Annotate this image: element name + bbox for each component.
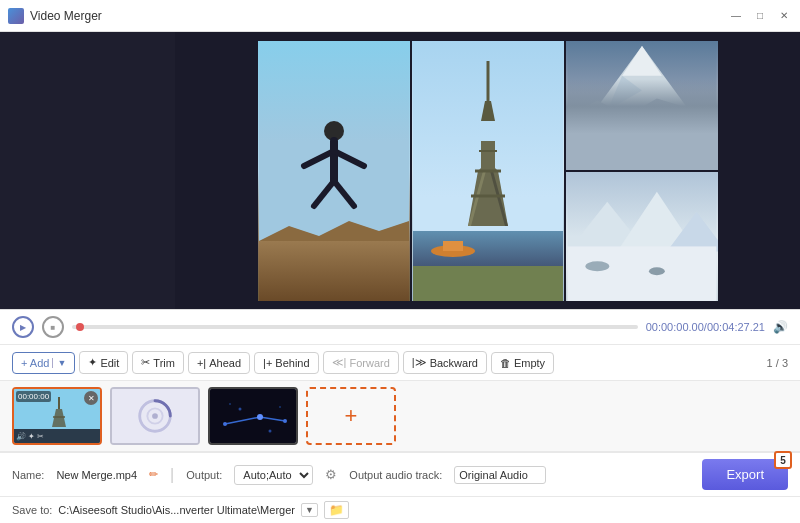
cut-icon: ✂: [37, 432, 44, 441]
empty-button[interactable]: 🗑 Empty: [491, 352, 554, 374]
clip-icons-1: 🔊 ✦ ✂: [16, 432, 44, 441]
video-cell-eiffel: [412, 41, 564, 301]
svg-point-48: [257, 414, 263, 420]
svg-point-35: [648, 267, 664, 275]
add-clip-button[interactable]: +: [306, 387, 396, 445]
minimize-button[interactable]: —: [728, 8, 744, 24]
svg-point-52: [269, 430, 272, 433]
svg-rect-28: [443, 241, 463, 251]
name-edit-icon[interactable]: ✏: [149, 468, 158, 481]
time-display: 00:00:00.00/00:04:27.21: [646, 321, 765, 333]
app-title: Video Merger: [30, 9, 728, 23]
window-controls: — □ ✕: [728, 8, 792, 24]
clip-thumbnail-3: [210, 389, 296, 443]
svg-rect-4: [567, 115, 716, 170]
svg-point-44: [152, 413, 158, 419]
name-value: New Merge.mp4: [56, 469, 137, 481]
audio-track-select[interactable]: Original Audio: [454, 466, 546, 484]
progress-bar[interactable]: [72, 325, 638, 329]
svg-rect-33: [567, 246, 716, 301]
save-path-bar: Save to: C:\Aiseesoft Studio\Ais...nvert…: [0, 496, 800, 523]
behind-button[interactable]: |+ Behind: [254, 352, 319, 374]
svg-point-54: [279, 406, 281, 408]
trim-button[interactable]: ✂ Trim: [132, 351, 184, 374]
app-icon: [8, 8, 24, 24]
svg-point-53: [229, 403, 231, 405]
video-grid: [258, 41, 718, 301]
video-cell-mountain-top: [566, 41, 718, 170]
name-label: Name:: [12, 469, 44, 481]
clips-bar: ✕ 00:00:00 🔊 ✦ ✂: [0, 381, 800, 452]
toolbar: + Add ▼ ✦ Edit ✂ Trim +| Ahead |+ Behind…: [0, 345, 800, 381]
save-label: Save to:: [12, 504, 52, 516]
svg-rect-7: [259, 241, 409, 301]
svg-marker-3: [607, 75, 642, 110]
star-icon: ✦: [28, 432, 35, 441]
play-button[interactable]: ▶: [12, 316, 34, 338]
folder-button[interactable]: 📁: [324, 501, 349, 519]
titlebar: Video Merger — □ ✕: [0, 0, 800, 32]
output-select[interactable]: Auto;Auto: [234, 465, 313, 485]
path-dropdown-button[interactable]: ▼: [301, 503, 318, 517]
backward-button[interactable]: |≫ Backward: [403, 351, 487, 374]
svg-point-50: [283, 419, 287, 423]
clip-item-2[interactable]: [110, 387, 200, 445]
add-button[interactable]: + Add ▼: [12, 352, 75, 374]
svg-rect-17: [413, 266, 563, 301]
settings-icon[interactable]: ⚙: [325, 467, 337, 482]
edit-button[interactable]: ✦ Edit: [79, 351, 128, 374]
maximize-button[interactable]: □: [752, 8, 768, 24]
video-cell-person: [258, 41, 410, 301]
clip-item-3[interactable]: [208, 387, 298, 445]
svg-point-34: [585, 261, 609, 271]
clip-remove-1[interactable]: ✕: [84, 391, 98, 405]
svg-point-49: [223, 422, 227, 426]
clip-time-1: 00:00:00: [16, 391, 51, 402]
main-container: [0, 32, 800, 309]
playback-bar: ▶ ■ 00:00:00.00/00:04:27.21 🔊: [0, 310, 800, 345]
close-button[interactable]: ✕: [776, 8, 792, 24]
bottom-info-bar: Name: New Merge.mp4 ✏ | Output: Auto;Aut…: [0, 452, 800, 496]
bottom-section: ▶ ■ 00:00:00.00/00:04:27.21 🔊 + Add ▼ ✦ …: [0, 309, 800, 523]
audio-track-label: Output audio track:: [349, 469, 442, 481]
export-section: 5 Export: [702, 459, 788, 490]
save-path-value: C:\Aiseesoft Studio\Ais...nverter Ultima…: [58, 504, 295, 516]
video-cell-snow: [566, 172, 718, 301]
audio-icon: 🔊: [16, 432, 26, 441]
forward-button[interactable]: ≪| Forward: [323, 351, 399, 374]
page-indicator: 1 / 3: [767, 357, 788, 369]
svg-rect-21: [481, 141, 495, 171]
svg-marker-5: [567, 98, 716, 115]
svg-rect-45: [210, 389, 298, 445]
volume-icon[interactable]: 🔊: [773, 320, 788, 334]
left-panel: [0, 32, 175, 309]
clip-item-1[interactable]: ✕ 00:00:00 🔊 ✦ ✂: [12, 387, 102, 445]
stop-button[interactable]: ■: [42, 316, 64, 338]
progress-indicator: [76, 323, 84, 331]
preview-area: [175, 32, 800, 309]
output-label: Output:: [186, 469, 222, 481]
clip-thumbnail-2: [112, 389, 198, 443]
svg-point-51: [239, 408, 242, 411]
ahead-button[interactable]: +| Ahead: [188, 352, 250, 374]
step-badge: 5: [774, 451, 792, 469]
